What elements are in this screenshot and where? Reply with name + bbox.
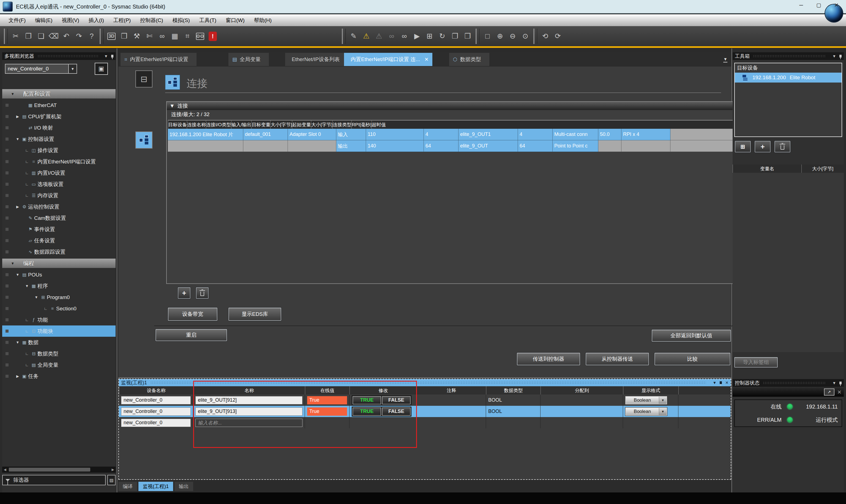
tree-expand-icon[interactable]: ▼ [10,92,16,96]
paste-icon[interactable]: ❏ [35,30,47,43]
tree-expand-icon[interactable]: ▶ [15,205,21,209]
tree-item[interactable]: ▶ ⚙ 运动控制设置 [2,201,116,212]
column-header[interactable]: 分配到 [541,386,623,395]
tab-output[interactable]: 输出 [175,482,193,491]
column-header[interactable]: 注释 [417,386,486,395]
tree-item[interactable]: ✎ Cam数据设置 [2,212,116,224]
tree-item[interactable]: ▶ ▤ CPU/扩展机架 [2,111,116,122]
display-format-select[interactable]: Boolean▼ [625,396,667,404]
column-header[interactable]: 连接I/O类型 [206,121,231,129]
column-header[interactable]: 在线值 [305,386,350,395]
set-true-button[interactable]: TRUE [353,408,381,416]
left-splitter[interactable] [117,49,117,492]
set-true-button[interactable]: TRUE [353,396,381,404]
zoom-in-icon[interactable]: ⊕ [494,30,506,43]
watch-splitter[interactable] [118,377,731,378]
tree-item[interactable]: ⇄ I/O 映射 [2,122,116,133]
tree-item[interactable]: ∟ ☰ 内存设置 [2,190,116,201]
target-device-item[interactable]: 192.168.1.200 Elite Robot [735,73,842,83]
cell-rpi[interactable] [598,140,621,152]
cell-origin-variable[interactable]: elite_9_OUT [458,140,518,152]
toolbar-grip[interactable] [4,29,8,44]
display-format-select[interactable]: Boolean▼ [625,408,667,416]
search-binoculars-icon[interactable]: ⊙⊙ [196,33,204,40]
chevron-down-icon[interactable]: ▼ [659,397,667,404]
cell-size2[interactable]: 4 [518,129,553,140]
tree-item[interactable]: ∟ ▤ 全局变量 [2,359,116,371]
tree-item[interactable]: ∟ ⊡ 功能块 [2,325,116,337]
maximize-button[interactable]: ▢ [811,1,826,10]
tree-expand-icon[interactable]: ∟ [24,352,30,356]
tree-item[interactable]: ▼ 编程 [2,258,116,268]
filter-expand-button[interactable]: ▨ [107,475,116,485]
delete-device-button[interactable] [774,141,790,152]
cell-connection-type[interactable]: Multi-cast conn [553,129,598,140]
cell-connection-name[interactable] [243,140,288,152]
force-refresh-icon[interactable]: ∞ [398,30,411,43]
scroll-left-icon[interactable]: ◀ [2,468,8,471]
pin-icon[interactable] [840,382,842,384]
column-header[interactable]: 目标设备 [168,121,187,129]
tree-expand-icon[interactable]: ∟ [24,160,30,164]
menu-project[interactable]: 工程(P) [109,14,136,26]
tree-expand-icon[interactable]: ▼ [15,340,21,344]
troubleshoot-error-icon[interactable]: ! [209,32,217,41]
set-false-button[interactable]: FALSE [382,396,411,404]
tab-build-output[interactable]: 编译 [118,482,137,491]
tree-expand-icon[interactable]: ∟ [24,329,30,333]
variable-table-body[interactable] [733,173,844,352]
close-icon[interactable]: ✕ [725,380,728,385]
expand-icon[interactable]: ↗ [824,389,834,396]
delete-connection-button[interactable] [196,287,209,299]
device-name-cell[interactable]: new_Controller_0 [121,419,191,427]
cell-io-type[interactable] [288,140,336,152]
sync-right-icon[interactable]: ⟳ [551,30,564,43]
column-header[interactable]: 显示格式 [623,386,678,395]
transfer-to-controller-button[interactable]: 传送到控制器 [517,353,580,365]
tab-builtin-eip-connection[interactable]: 内置EtherNet/IP端口设置 连... ✕ [344,53,433,66]
pin-icon[interactable] [111,55,113,57]
tab-eip-device-list[interactable]: EtherNet/IP设备列表 [285,53,348,66]
menu-tools[interactable]: 工具(T) [195,14,221,26]
device-name-cell[interactable]: new_Controller_0 [121,408,191,416]
show-eds-library-button[interactable]: 显示EDS库 [228,308,281,321]
controller-select[interactable]: new_Controller_0 ▼ [5,64,77,74]
cell-target-variable[interactable]: 110 [366,129,424,140]
menu-help[interactable]: 帮助(H) [249,14,276,26]
chevron-down-icon[interactable]: ▼ [832,54,836,58]
tree-item[interactable]: ∟ ≡ Section0 [2,303,116,314]
tree-item[interactable]: ∟ ƒ 功能 [2,314,116,325]
tree-item[interactable]: ∟ ◫ 操作设置 [2,145,116,156]
tree-expand-icon[interactable]: ∟ [24,363,30,367]
toolbar-grip[interactable] [342,29,346,44]
explorer-hscrollbar[interactable]: ◀ ▶ [2,467,116,473]
tree-expand-icon[interactable]: ∟ [24,182,30,186]
delete-icon[interactable]: ⌫ [47,30,60,43]
column-header[interactable]: RPI[毫秒] [351,121,372,129]
run-mode-icon[interactable]: ▶ [411,30,423,43]
tree-item[interactable]: ∟ ▭ 选项板设置 [2,179,116,190]
tab-global-variables[interactable]: ▤ 全局变量 [228,53,269,66]
tree-expand-icon[interactable]: ▼ [10,262,16,266]
view-3d-icon[interactable]: 3D [107,33,116,40]
add-device-button[interactable]: + [755,141,771,152]
column-header[interactable]: 连接名称 [187,121,206,129]
column-header[interactable]: 大小[字节] [270,121,292,129]
tree-expand-icon[interactable]: ▼ [33,295,39,299]
section-collapse-icon[interactable]: ▼ [170,103,175,109]
column-header[interactable]: 变量名 [733,164,801,173]
cell-origin-variable[interactable]: elite_9_OUT1 [458,129,518,140]
toolbar-grip[interactable] [533,29,537,44]
window-b-icon[interactable]: ❒ [461,30,474,43]
cell-target-device[interactable] [168,140,243,152]
tab-builtin-eip-port-settings[interactable]: ⌗ 内置EtherNet/IP端口设置 [121,53,196,66]
tree-expand-icon[interactable]: ▼ [15,137,21,141]
redo-icon[interactable]: ↷ [73,30,85,43]
tree-item[interactable]: ∟ ⊟ 数据类型 [2,348,116,359]
cross-reference-icon[interactable]: ✄ [143,30,156,43]
watch-window-icon[interactable]: ∞ [156,30,169,43]
add-connection-button[interactable]: + [178,287,191,299]
register-device-button[interactable]: ⊞ [735,141,751,152]
column-header[interactable]: 名称 [193,386,305,395]
tree-item[interactable]: ▼ ▣ 控制器设置 [2,133,116,145]
